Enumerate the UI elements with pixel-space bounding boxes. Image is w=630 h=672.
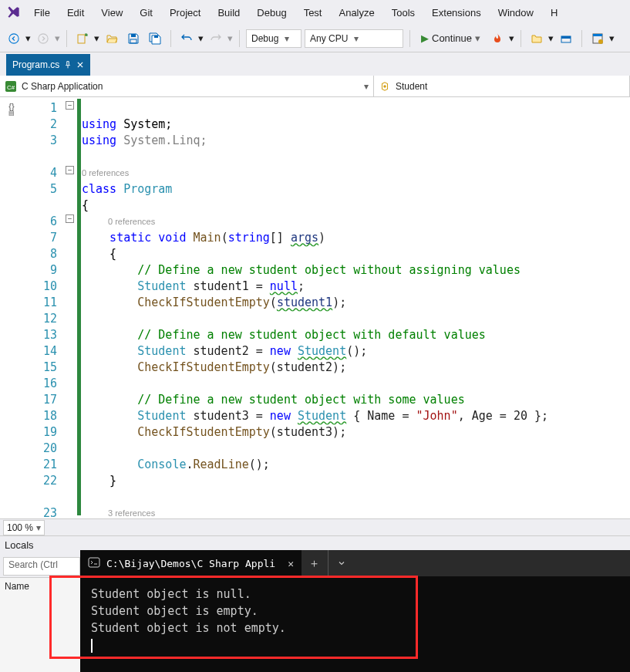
continue-label: Continue [432, 32, 472, 44]
code-content[interactable]: using System; using System.Linq; 0 refer… [82, 97, 630, 518]
codelens[interactable]: 0 references [82, 165, 630, 181]
toolbar-separator [239, 30, 240, 47]
main-toolbar: ▾ ▾ ▾ ▾ ▾ Debug ▾ Any CPU ▾ ▶ Continue ▾… [0, 25, 630, 52]
svg-rect-7 [561, 36, 571, 39]
menu-help[interactable]: H [543, 4, 565, 22]
pin-icon[interactable] [64, 61, 72, 69]
class-icon [379, 80, 391, 93]
open-button[interactable] [103, 29, 121, 48]
navigation-bar: C# C Sharp Application ▾ Student [0, 76, 630, 97]
codelens[interactable]: 3 references [82, 505, 630, 518]
locals-col-name: Name [5, 581, 29, 592]
tab-program-cs[interactable]: Program.cs [6, 54, 90, 76]
redo-button[interactable] [207, 29, 225, 48]
back-dropdown[interactable]: ▾ [25, 29, 31, 48]
svg-rect-3 [131, 34, 136, 37]
svg-rect-14 [89, 558, 99, 567]
terminal-tab[interactable]: C:\Bijay\Demos\C Sharp Appli ✕ [80, 550, 302, 576]
tab-menu-button[interactable] [328, 550, 355, 576]
menu-edit[interactable]: Edit [59, 4, 92, 22]
config-label: Debug [251, 33, 278, 44]
properties-dropdown[interactable]: ▾ [608, 29, 615, 48]
outline-gutter: {} ▤ [0, 97, 23, 518]
class-dropdown[interactable]: Student [374, 76, 630, 96]
menu-view[interactable]: View [93, 4, 130, 22]
vs-logo-icon [3, 5, 25, 20]
chevron-down-icon: ▾ [285, 33, 289, 44]
svg-point-10 [598, 39, 603, 44]
tab-title: Program.cs [12, 59, 59, 70]
svg-rect-2 [78, 35, 85, 43]
codelens[interactable]: 0 references [82, 214, 630, 230]
open-folder-dropdown[interactable]: ▾ [547, 29, 554, 48]
toolbox-button[interactable] [557, 29, 575, 48]
menu-debug[interactable]: Debug [249, 4, 294, 22]
document-tabs: Program.cs [0, 52, 630, 76]
csharp-project-icon: C# [5, 80, 17, 93]
hot-reload-dropdown[interactable]: ▾ [508, 29, 514, 48]
menu-window[interactable]: Window [490, 4, 541, 22]
fold-toggle[interactable]: − [66, 101, 74, 110]
terminal-cursor [91, 639, 93, 653]
menu-tools[interactable]: Tools [384, 4, 423, 22]
save-all-button[interactable] [146, 29, 164, 48]
undo-dropdown[interactable]: ▾ [197, 29, 204, 48]
terminal-output: Student object is null. Student object i… [80, 576, 630, 663]
new-item-button[interactable] [73, 29, 92, 48]
fold-toggle[interactable]: − [66, 166, 74, 174]
line-numbers: 123 45 678910111213141516171819202122 23 [23, 97, 63, 518]
menu-file[interactable]: File [26, 4, 58, 22]
back-button[interactable] [5, 29, 23, 48]
svg-point-13 [383, 85, 386, 88]
terminal-title: C:\Bijay\Demos\C Sharp Appli [106, 558, 275, 569]
chevron-down-icon: ▾ [354, 33, 359, 44]
terminal-titlebar: C:\Bijay\Demos\C Sharp Appli ✕ ＋ [80, 550, 630, 576]
toolbar-separator [409, 30, 410, 47]
menu-project[interactable]: Project [162, 4, 208, 22]
project-dropdown[interactable]: C# C Sharp Application ▾ [0, 76, 374, 96]
forward-dropdown[interactable]: ▾ [54, 29, 60, 48]
undo-button[interactable] [177, 29, 196, 48]
menu-build[interactable]: Build [210, 4, 248, 22]
svg-point-0 [9, 33, 19, 42]
properties-button[interactable] [588, 29, 607, 48]
close-icon[interactable]: ✕ [288, 558, 294, 569]
svg-rect-9 [593, 34, 602, 36]
terminal-window[interactable]: C:\Bijay\Demos\C Sharp Appli ✕ ＋ Student… [80, 550, 630, 672]
hot-reload-button[interactable] [488, 29, 507, 48]
config-combo[interactable]: Debug ▾ [246, 29, 302, 48]
locals-search-input[interactable]: Search (Ctrl [3, 557, 80, 576]
svg-rect-4 [130, 39, 136, 43]
toolbar-separator [521, 30, 521, 47]
fold-toggle[interactable]: − [66, 214, 74, 223]
new-item-dropdown[interactable]: ▾ [93, 29, 99, 48]
menu-extensions[interactable]: Extensions [424, 4, 489, 22]
cmd-icon [88, 556, 100, 571]
platform-label: Any CPU [310, 33, 348, 44]
svg-text:C#: C# [7, 83, 15, 90]
platform-combo[interactable]: Any CPU ▾ [305, 29, 403, 48]
zoom-combo[interactable]: 100 % ▾ [3, 520, 45, 535]
new-tab-button[interactable]: ＋ [302, 550, 328, 576]
chevron-down-icon: ▾ [475, 32, 480, 44]
locals-title: Locals [5, 539, 34, 551]
class-name: Student [396, 81, 427, 92]
menu-git[interactable]: Git [132, 4, 160, 22]
change-indicator-bar [77, 99, 81, 515]
project-name: C Sharp Application [22, 81, 103, 92]
svg-point-1 [39, 33, 48, 42]
open-folder-button[interactable] [527, 29, 546, 48]
chevron-down-icon: ▾ [36, 522, 41, 533]
toolbar-separator [66, 30, 67, 47]
forward-button[interactable] [34, 29, 52, 48]
save-button[interactable] [124, 29, 143, 48]
close-icon[interactable] [76, 61, 84, 69]
menu-analyze[interactable]: Analyze [331, 4, 382, 22]
fold-gutter: − − − [63, 97, 82, 518]
svg-rect-5 [154, 35, 158, 38]
redo-dropdown[interactable]: ▾ [227, 29, 233, 48]
play-icon: ▶ [421, 32, 429, 44]
menu-test[interactable]: Test [296, 4, 330, 22]
code-editor[interactable]: {} ▤ 123 45 6789101112131415161718192021… [0, 97, 630, 518]
continue-button[interactable]: ▶ Continue ▾ [416, 32, 485, 44]
